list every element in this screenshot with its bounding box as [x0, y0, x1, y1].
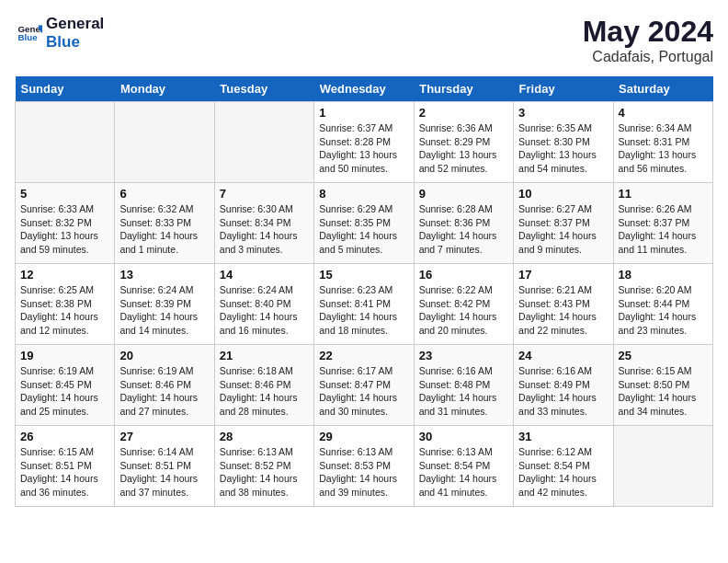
- day-number: 14: [220, 268, 309, 282]
- calendar-cell: 9 Sunrise: 6:28 AM Sunset: 8:36 PM Dayli…: [414, 183, 513, 264]
- calendar-cell: 22 Sunrise: 6:17 AM Sunset: 8:47 PM Dayl…: [314, 345, 414, 426]
- calendar-week-row: 19 Sunrise: 6:19 AM Sunset: 8:45 PM Dayl…: [16, 345, 713, 426]
- calendar-week-row: 5 Sunrise: 6:33 AM Sunset: 8:32 PM Dayli…: [16, 183, 713, 264]
- logo-line1: General: [46, 15, 104, 33]
- calendar-week-row: 26 Sunrise: 6:15 AM Sunset: 8:51 PM Dayl…: [16, 426, 713, 507]
- day-info: Sunrise: 6:37 AM Sunset: 8:28 PM Dayligh…: [319, 121, 408, 176]
- calendar-cell: 10 Sunrise: 6:27 AM Sunset: 8:37 PM Dayl…: [514, 183, 613, 264]
- day-info: Sunrise: 6:17 AM Sunset: 8:47 PM Dayligh…: [319, 364, 408, 419]
- calendar-cell: 8 Sunrise: 6:29 AM Sunset: 8:35 PM Dayli…: [314, 183, 414, 264]
- calendar-cell: 11 Sunrise: 6:26 AM Sunset: 8:37 PM Dayl…: [613, 183, 712, 264]
- page-header: General Blue General Blue May 2024 Cadaf…: [15, 15, 713, 65]
- calendar-cell: 31 Sunrise: 6:12 AM Sunset: 8:54 PM Dayl…: [514, 426, 613, 507]
- weekday-header: Sunday: [16, 76, 115, 102]
- calendar-cell: 1 Sunrise: 6:37 AM Sunset: 8:28 PM Dayli…: [314, 102, 414, 183]
- day-info: Sunrise: 6:23 AM Sunset: 8:41 PM Dayligh…: [319, 283, 408, 338]
- calendar-cell: 21 Sunrise: 6:18 AM Sunset: 8:46 PM Dayl…: [214, 345, 313, 426]
- logo-icon: General Blue: [17, 20, 42, 46]
- day-number: 21: [220, 349, 309, 362]
- day-info: Sunrise: 6:25 AM Sunset: 8:38 PM Dayligh…: [20, 283, 109, 338]
- calendar-cell: 14 Sunrise: 6:24 AM Sunset: 8:40 PM Dayl…: [214, 264, 313, 345]
- day-info: Sunrise: 6:18 AM Sunset: 8:46 PM Dayligh…: [220, 364, 309, 419]
- day-number: 26: [20, 430, 109, 443]
- calendar-cell: 30 Sunrise: 6:13 AM Sunset: 8:54 PM Dayl…: [414, 426, 513, 507]
- day-number: 15: [319, 268, 408, 282]
- calendar-week-row: 12 Sunrise: 6:25 AM Sunset: 8:38 PM Dayl…: [16, 264, 713, 345]
- day-number: 17: [518, 268, 608, 282]
- day-info: Sunrise: 6:14 AM Sunset: 8:51 PM Dayligh…: [119, 445, 209, 500]
- day-number: 16: [419, 268, 508, 282]
- day-info: Sunrise: 6:13 AM Sunset: 8:54 PM Dayligh…: [419, 445, 508, 500]
- calendar-table: SundayMondayTuesdayWednesdayThursdayFrid…: [15, 76, 713, 507]
- calendar-cell: 26 Sunrise: 6:15 AM Sunset: 8:51 PM Dayl…: [16, 426, 115, 507]
- day-info: Sunrise: 6:35 AM Sunset: 8:30 PM Dayligh…: [518, 121, 608, 176]
- day-number: 4: [619, 106, 708, 120]
- day-number: 1: [319, 106, 408, 120]
- day-number: 9: [419, 187, 508, 201]
- calendar-cell: 17 Sunrise: 6:21 AM Sunset: 8:43 PM Dayl…: [514, 264, 613, 345]
- calendar-cell: [16, 102, 115, 183]
- weekday-header: Wednesday: [314, 76, 414, 102]
- weekday-header: Saturday: [613, 76, 712, 102]
- day-info: Sunrise: 6:21 AM Sunset: 8:43 PM Dayligh…: [518, 283, 608, 338]
- day-number: 7: [220, 187, 309, 201]
- day-number: 22: [319, 349, 408, 362]
- day-number: 31: [518, 430, 608, 443]
- day-info: Sunrise: 6:19 AM Sunset: 8:45 PM Dayligh…: [20, 364, 109, 419]
- day-info: Sunrise: 6:15 AM Sunset: 8:50 PM Dayligh…: [619, 364, 708, 419]
- day-info: Sunrise: 6:22 AM Sunset: 8:42 PM Dayligh…: [419, 283, 508, 338]
- day-info: Sunrise: 6:34 AM Sunset: 8:31 PM Dayligh…: [619, 121, 708, 176]
- day-info: Sunrise: 6:13 AM Sunset: 8:52 PM Dayligh…: [220, 445, 309, 500]
- day-number: 18: [619, 268, 708, 282]
- day-number: 27: [119, 430, 209, 443]
- day-info: Sunrise: 6:16 AM Sunset: 8:49 PM Dayligh…: [518, 364, 608, 419]
- day-number: 10: [518, 187, 608, 201]
- day-info: Sunrise: 6:29 AM Sunset: 8:35 PM Dayligh…: [319, 202, 408, 257]
- day-number: 8: [319, 187, 408, 201]
- day-number: 3: [518, 106, 608, 120]
- day-number: 2: [419, 106, 508, 120]
- day-number: 25: [619, 349, 708, 362]
- day-info: Sunrise: 6:28 AM Sunset: 8:36 PM Dayligh…: [419, 202, 508, 257]
- calendar-body: 1 Sunrise: 6:37 AM Sunset: 8:28 PM Dayli…: [16, 102, 713, 507]
- logo-line2: Blue: [46, 33, 104, 52]
- calendar-cell: 18 Sunrise: 6:20 AM Sunset: 8:44 PM Dayl…: [613, 264, 712, 345]
- month-title: May 2024: [583, 15, 713, 49]
- day-number: 30: [419, 430, 508, 443]
- day-info: Sunrise: 6:24 AM Sunset: 8:39 PM Dayligh…: [119, 283, 209, 338]
- calendar-cell: [214, 102, 313, 183]
- day-number: 28: [220, 430, 309, 443]
- calendar-cell: 27 Sunrise: 6:14 AM Sunset: 8:51 PM Dayl…: [115, 426, 214, 507]
- calendar-cell: 23 Sunrise: 6:16 AM Sunset: 8:48 PM Dayl…: [414, 345, 513, 426]
- calendar-cell: 7 Sunrise: 6:30 AM Sunset: 8:34 PM Dayli…: [214, 183, 313, 264]
- weekday-header: Tuesday: [214, 76, 313, 102]
- day-info: Sunrise: 6:12 AM Sunset: 8:54 PM Dayligh…: [518, 445, 608, 500]
- day-number: 5: [20, 187, 109, 201]
- day-info: Sunrise: 6:30 AM Sunset: 8:34 PM Dayligh…: [220, 202, 309, 257]
- day-info: Sunrise: 6:20 AM Sunset: 8:44 PM Dayligh…: [619, 283, 708, 338]
- day-info: Sunrise: 6:13 AM Sunset: 8:53 PM Dayligh…: [319, 445, 408, 500]
- day-info: Sunrise: 6:24 AM Sunset: 8:40 PM Dayligh…: [220, 283, 309, 338]
- calendar-cell: 25 Sunrise: 6:15 AM Sunset: 8:50 PM Dayl…: [613, 345, 712, 426]
- day-number: 23: [419, 349, 508, 362]
- svg-text:Blue: Blue: [17, 33, 38, 43]
- calendar-week-row: 1 Sunrise: 6:37 AM Sunset: 8:28 PM Dayli…: [16, 102, 713, 183]
- calendar-cell: 2 Sunrise: 6:36 AM Sunset: 8:29 PM Dayli…: [414, 102, 513, 183]
- day-info: Sunrise: 6:26 AM Sunset: 8:37 PM Dayligh…: [619, 202, 708, 257]
- day-number: 29: [319, 430, 408, 443]
- calendar-cell: [613, 426, 712, 507]
- day-info: Sunrise: 6:19 AM Sunset: 8:46 PM Dayligh…: [119, 364, 209, 419]
- calendar-cell: 24 Sunrise: 6:16 AM Sunset: 8:49 PM Dayl…: [514, 345, 613, 426]
- title-section: May 2024 Cadafais, Portugal: [583, 15, 713, 65]
- calendar-cell: 4 Sunrise: 6:34 AM Sunset: 8:31 PM Dayli…: [613, 102, 712, 183]
- day-number: 19: [20, 349, 109, 362]
- calendar-cell: 16 Sunrise: 6:22 AM Sunset: 8:42 PM Dayl…: [414, 264, 513, 345]
- calendar-cell: 3 Sunrise: 6:35 AM Sunset: 8:30 PM Dayli…: [514, 102, 613, 183]
- day-info: Sunrise: 6:36 AM Sunset: 8:29 PM Dayligh…: [419, 121, 508, 176]
- calendar-cell: 6 Sunrise: 6:32 AM Sunset: 8:33 PM Dayli…: [115, 183, 214, 264]
- weekday-header: Friday: [514, 76, 613, 102]
- calendar-cell: 29 Sunrise: 6:13 AM Sunset: 8:53 PM Dayl…: [314, 426, 414, 507]
- calendar-cell: 28 Sunrise: 6:13 AM Sunset: 8:52 PM Dayl…: [214, 426, 313, 507]
- day-number: 11: [619, 187, 708, 201]
- day-info: Sunrise: 6:32 AM Sunset: 8:33 PM Dayligh…: [119, 202, 209, 257]
